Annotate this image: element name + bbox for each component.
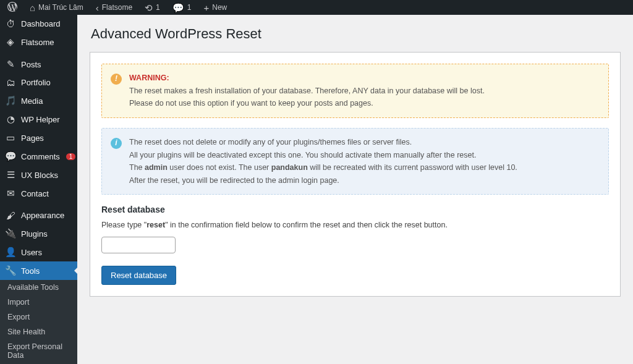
comment-icon: 💬 <box>172 3 184 12</box>
main-content: Advanced WordPress Reset ! WARNING: The … <box>77 15 633 364</box>
sidebar-item-media[interactable]: 🎵Media <box>0 91 77 110</box>
warning-line: The reset makes a fresh installation of … <box>129 85 485 98</box>
sidebar-item-label: Contact <box>21 189 49 198</box>
sidebar-item-flatsome[interactable]: ◈Flatsome <box>0 33 77 51</box>
warning-body: WARNING: The reset makes a fresh install… <box>129 72 485 110</box>
sidebar-item-label: Portfolio <box>21 78 51 87</box>
comments-count: 1 <box>187 3 192 12</box>
sidebar-item-label: Media <box>21 96 43 106</box>
sidebar-item-label: Appearance <box>21 211 64 220</box>
sidebar-item-wphelper[interactable]: ◔WP Helper <box>0 110 77 129</box>
admin-bar: ⌂ Mai Trúc Lâm ‹ Flatsome ⟲ 1 💬 1 + New <box>0 0 633 15</box>
portfolio-icon: 🗂 <box>5 77 16 88</box>
info-icon: i <box>111 138 122 149</box>
info-notice: i The reset does not delete or modify an… <box>101 128 609 195</box>
flatsome-menu-text: Flatsome <box>102 3 132 12</box>
submenu-export-personal-data[interactable]: Export Personal Data <box>0 339 77 363</box>
admin-sidebar: ⏱Dashboard ◈Flatsome ✎Posts 🗂Portfolio 🎵… <box>0 15 77 364</box>
site-name-text: Mai Trúc Lâm <box>38 3 83 12</box>
warning-title: WARNING: <box>129 74 169 82</box>
recreated-user-name: pandakun <box>271 163 308 172</box>
info-line: The admin user does not exist. The user … <box>129 161 517 174</box>
reset-help-text: Please type "reset" in the confirmation … <box>101 221 609 229</box>
sidebar-item-label: Plugins <box>21 229 48 239</box>
submenu-site-health[interactable]: Site Health <box>0 324 77 339</box>
blocks-icon: ☰ <box>5 169 16 180</box>
confirmation-word: reset <box>147 221 165 229</box>
plus-icon: + <box>203 3 209 12</box>
info-body: The reset does not delete or modify any … <box>129 136 517 187</box>
home-icon: ⌂ <box>30 3 35 12</box>
updates-count: 1 <box>156 3 160 12</box>
dashboard-icon: ⏱ <box>5 19 16 29</box>
refresh-icon: ⟲ <box>145 3 153 12</box>
sidebar-item-tools[interactable]: 🔧Tools <box>0 261 77 280</box>
sidebar-item-contact[interactable]: ✉Contact <box>0 184 77 203</box>
user-icon: 👤 <box>5 247 16 258</box>
pages-icon: ▭ <box>5 132 16 143</box>
sidebar-item-portfolio[interactable]: 🗂Portfolio <box>0 74 77 91</box>
sidebar-item-plugins[interactable]: 🔌Plugins <box>0 224 77 243</box>
pin-icon: ✎ <box>5 59 16 70</box>
sidebar-item-label: WP Helper <box>21 115 60 124</box>
info-line: After the reset, you will be redirected … <box>129 174 517 187</box>
sidebar-item-label: UX Blocks <box>21 171 58 180</box>
wphelper-icon: ◔ <box>5 114 16 125</box>
sidebar-item-label: Posts <box>21 60 41 69</box>
comments-icon: 💬 <box>5 151 16 162</box>
tools-submenu: Available Tools Import Export Site Healt… <box>0 280 77 364</box>
reset-database-button[interactable]: Reset database <box>101 266 176 285</box>
sidebar-item-pages[interactable]: ▭Pages <box>0 129 77 147</box>
chevron-left-icon: ‹ <box>96 3 99 12</box>
sidebar-item-label: Comments <box>21 152 60 161</box>
reset-panel: ! WARNING: The reset makes a fresh insta… <box>90 52 621 297</box>
sidebar-item-dashboard[interactable]: ⏱Dashboard <box>0 15 77 33</box>
wrench-icon: 🔧 <box>5 265 16 276</box>
brush-icon: 🖌 <box>5 210 16 221</box>
sidebar-item-uxblocks[interactable]: ☰UX Blocks <box>0 166 77 184</box>
new-content-menu[interactable]: + New <box>198 0 232 15</box>
submenu-import[interactable]: Import <box>0 295 77 310</box>
page-title: Advanced WordPress Reset <box>91 26 621 42</box>
sidebar-item-appearance[interactable]: 🖌Appearance <box>0 206 77 224</box>
new-content-text: New <box>212 3 227 12</box>
sidebar-item-label: Tools <box>21 266 40 276</box>
comments-badge: 1 <box>66 153 76 160</box>
sidebar-item-label: Users <box>21 248 42 257</box>
admin-user-name: admin <box>145 163 168 172</box>
reset-heading: Reset database <box>101 205 609 214</box>
sidebar-item-label: Flatsome <box>21 38 54 47</box>
updates-menu[interactable]: ⟲ 1 <box>140 0 165 15</box>
plug-icon: 🔌 <box>5 228 16 239</box>
wp-logo-menu[interactable] <box>2 0 22 15</box>
site-name-menu[interactable]: ⌂ Mai Trúc Lâm <box>25 0 88 15</box>
submenu-available-tools[interactable]: Available Tools <box>0 280 77 295</box>
submenu-export[interactable]: Export <box>0 310 77 324</box>
sidebar-item-label: Dashboard <box>21 19 61 28</box>
wordpress-icon <box>7 2 17 13</box>
envelope-icon: ✉ <box>5 188 16 199</box>
info-line: All your plugins will be deactivated exc… <box>129 149 517 162</box>
flatsome-menu[interactable]: ‹ Flatsome <box>91 0 137 15</box>
sidebar-item-users[interactable]: 👤Users <box>0 243 77 261</box>
sidebar-item-comments[interactable]: 💬Comments1 <box>0 147 77 166</box>
media-icon: 🎵 <box>5 95 16 106</box>
sidebar-item-posts[interactable]: ✎Posts <box>0 55 77 74</box>
warning-line: Please do not use this option if you wan… <box>129 97 485 110</box>
warning-icon: ! <box>111 74 122 85</box>
comments-menu[interactable]: 💬 1 <box>168 0 197 15</box>
reset-confirm-input[interactable] <box>101 237 176 253</box>
warning-notice: ! WARNING: The reset makes a fresh insta… <box>101 64 609 118</box>
sidebar-item-label: Pages <box>21 133 44 143</box>
flatsome-icon: ◈ <box>5 36 16 48</box>
info-line: The reset does not delete or modify any … <box>129 136 517 149</box>
